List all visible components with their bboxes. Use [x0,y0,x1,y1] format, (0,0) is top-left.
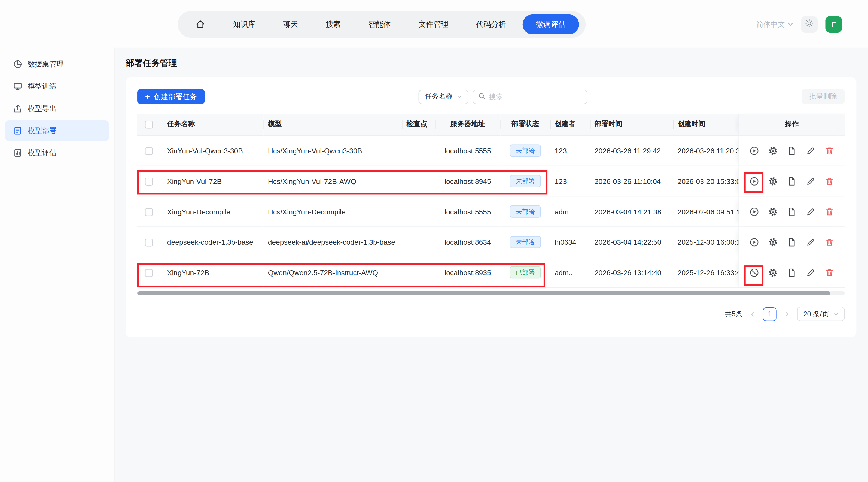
table-header-row: 任务名称 模型 检查点 服务器地址 部署状态 创建者 部署时间 创建时间 操作 [137,114,845,136]
nav-search[interactable]: 搜索 [315,15,351,34]
edit-icon[interactable] [806,268,815,277]
top-nav: 知识库 聊天 搜索 智能体 文件管理 代码分析 微调评估 [178,11,586,38]
cell-task-name: XingYun-Vul-72B [163,166,264,197]
row-checkbox[interactable] [145,269,153,276]
table-row: deepseek-coder-1.3b-base deepseek-ai/dee… [137,227,845,258]
nav-chat[interactable]: 聊天 [272,15,309,34]
nav-finetune-eval[interactable]: 微调评估 [523,14,579,34]
delete-icon[interactable] [825,207,834,216]
file-icon[interactable] [787,207,797,216]
delete-icon[interactable] [825,176,834,186]
cell-deploy-time: 2026-03-04 14:22:50 [590,227,673,258]
search-input[interactable] [489,93,582,100]
filter-field-select[interactable]: 任务名称 [418,89,468,104]
page-title: 部署任务管理 [126,58,856,69]
row-checkbox[interactable] [145,239,153,246]
next-page-button[interactable] [784,311,790,317]
cell-deploy-time: 2026-03-26 11:29:42 [590,136,673,166]
language-selector[interactable]: 简体中文 [756,19,793,29]
edit-icon[interactable] [806,176,815,186]
edit-icon[interactable] [806,237,815,247]
header-checkpoint: 检查点 [402,114,435,136]
row-checkbox[interactable] [145,147,153,155]
batch-delete-button[interactable]: 批量删除 [802,89,845,104]
header-model: 模型 [264,114,402,136]
avatar[interactable]: F [825,16,842,33]
sidebar-item-model-training[interactable]: 模型训练 [5,76,109,97]
chevron-down-icon [458,94,462,99]
sidebar-item-label: 模型部署 [28,126,57,136]
table-row: XingYun-Vul-72B Hcs/XingYun-Vul-72B-AWQ … [137,166,845,197]
delete-icon[interactable] [825,146,834,156]
cell-task-name: XingYun-Decompile [163,197,264,227]
scrollbar-thumb[interactable] [137,291,831,295]
nav-code-analysis[interactable]: 代码分析 [465,15,517,34]
header-deploy-time: 部署时间 [590,114,673,136]
sidebar-item-model-export[interactable]: 模型导出 [5,98,109,119]
sidebar-item-label: 模型评估 [28,148,57,158]
header-status: 部署状态 [500,114,550,136]
play-icon[interactable] [749,207,759,216]
edit-icon[interactable] [806,146,815,156]
file-icon[interactable] [787,268,797,277]
chevron-down-icon [788,20,793,28]
page-size-select[interactable]: 20 条/页 [797,307,845,321]
edit-icon[interactable] [806,207,815,216]
cell-creator: adm.. [550,197,590,227]
row-checkbox[interactable] [145,178,153,185]
sidebar-item-model-evaluation[interactable]: 模型评估 [5,142,109,163]
nav-home[interactable] [184,15,217,34]
status-badge: 未部署 [509,175,541,187]
file-icon[interactable] [787,176,797,186]
gear-icon[interactable] [768,268,778,277]
cell-model: Hcs/XingYun-Vul-72B-AWQ [264,166,402,197]
play-icon[interactable] [749,176,759,186]
delete-icon[interactable] [825,237,834,247]
cell-server: localhost:8634 [435,227,501,258]
play-icon[interactable] [749,146,759,156]
cell-deploy-time: 2026-03-26 11:10:04 [590,166,673,197]
monitor-icon [13,82,22,91]
file-icon[interactable] [787,146,797,156]
gear-icon[interactable] [768,176,778,186]
cell-server: localhost:5555 [435,136,501,166]
sidebar-item-model-deployment[interactable]: 模型部署 [5,120,109,141]
cell-server: localhost:8935 [435,258,501,288]
status-badge: 已部署 [509,266,541,278]
create-deploy-task-button[interactable]: + 创建部署任务 [137,89,205,104]
cell-model: deepseek-ai/deepseek-coder-1.3b-base [264,227,402,258]
plus-icon: + [145,92,150,100]
page-number-button[interactable]: 1 [763,307,777,321]
cell-server: localhost:8945 [435,166,501,197]
cell-checkpoint [402,136,435,166]
sidebar: 数据集管理 模型训练 模型导出 模型部署 模型评估 [0,48,115,482]
cell-deploy-time: 2026-03-04 14:21:38 [590,197,673,227]
gear-icon[interactable] [768,146,778,156]
nav-knowledge-base[interactable]: 知识库 [222,15,267,34]
gear-icon[interactable] [768,237,778,247]
cell-creator: 123 [550,136,590,166]
header-server: 服务器地址 [435,114,501,136]
horizontal-scrollbar[interactable] [137,291,845,295]
cell-model: Hcs/XingYun-Vul-Qwen3-30B [264,136,402,166]
select-all-checkbox[interactable] [145,121,153,128]
prev-page-button[interactable] [749,311,755,317]
prohibit-icon[interactable] [749,268,759,277]
sidebar-item-dataset-management[interactable]: 数据集管理 [5,54,109,74]
theme-toggle[interactable] [801,16,817,33]
nav-file-management[interactable]: 文件管理 [407,15,460,34]
gear-icon[interactable] [768,207,778,216]
page-size-label: 20 条/页 [803,309,829,319]
file-icon[interactable] [787,237,797,247]
cell-deploy-time: 2026-03-26 13:14:40 [590,258,673,288]
cell-server: localhost:5555 [435,197,501,227]
sidebar-item-label: 数据集管理 [28,59,64,69]
nav-agent[interactable]: 智能体 [357,15,402,34]
cell-task-name: deepseek-coder-1.3b-base [163,227,264,258]
create-button-label: 创建部署任务 [154,92,197,102]
row-checkbox[interactable] [145,208,153,216]
delete-icon[interactable] [825,268,834,277]
topbar-right: 简体中文 F [756,16,842,33]
table-row: XingYun-72B Qwen/Qwen2.5-72B-Instruct-AW… [137,258,845,288]
play-icon[interactable] [749,237,759,247]
